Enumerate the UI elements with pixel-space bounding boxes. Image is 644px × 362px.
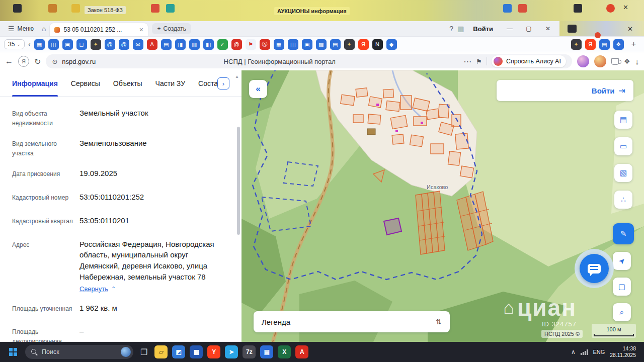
desktop-icon[interactable] bbox=[518, 4, 527, 13]
apps-grid-icon[interactable]: ▦ bbox=[457, 25, 464, 32]
panel-tab[interactable]: Информация bbox=[12, 70, 58, 97]
panel-tabs-next-button[interactable]: › bbox=[217, 77, 229, 89]
home-icon[interactable]: ⌂ bbox=[42, 25, 46, 32]
bookmark-favicon[interactable]: ▣ bbox=[62, 39, 73, 50]
map-login-bar[interactable]: Войти ⇥ bbox=[497, 80, 633, 101]
bookmark-favicon[interactable]: Я bbox=[585, 39, 596, 50]
map-tool-ruler[interactable]: ▭ bbox=[614, 137, 632, 155]
panel-tab[interactable]: Сервисы bbox=[71, 70, 100, 97]
bookmark-favicon[interactable]: ✓ bbox=[217, 39, 228, 50]
desktop-icon[interactable] bbox=[574, 4, 582, 13]
downloads-icon[interactable]: ↓ bbox=[635, 57, 639, 66]
panel-tab[interactable]: Части ЗУ bbox=[155, 70, 185, 97]
bookmark-favicon[interactable]: ▤ bbox=[161, 39, 172, 50]
bookmark-favicon[interactable]: ✦ bbox=[571, 39, 582, 50]
maximize-button[interactable]: ▢ bbox=[521, 25, 536, 32]
network-icon[interactable] bbox=[581, 349, 588, 355]
browser-login-button[interactable]: Войти bbox=[473, 25, 493, 33]
map-tool-layers[interactable]: ▤ bbox=[614, 111, 632, 129]
bookmark-favicon[interactable]: ◧ bbox=[203, 39, 214, 50]
map-canvas[interactable]: Исаково « Войти ⇥ ▤▭▧∴ ✎➤▢⌕ Легенда ⇅ bbox=[242, 70, 644, 342]
bookmark-favicon[interactable]: ✦ bbox=[91, 39, 101, 50]
desktop-icon[interactable] bbox=[71, 4, 80, 13]
panel-scrollbar[interactable] bbox=[237, 127, 240, 235]
bookmark-favicon[interactable]: ❖ bbox=[613, 39, 624, 50]
taskbar-app-docs[interactable]: ▤ bbox=[260, 345, 273, 358]
panel-tab[interactable]: Объекты bbox=[113, 70, 142, 97]
bookmark-favicon[interactable]: ⚑ bbox=[246, 39, 256, 50]
browser-menu-button[interactable]: ☰ Меню bbox=[4, 24, 38, 34]
desktop-icon[interactable] bbox=[568, 25, 577, 33]
bookmark-favicon[interactable]: @ bbox=[231, 39, 242, 50]
legend-expand-icon[interactable]: ⇅ bbox=[436, 318, 442, 326]
taskbar-app-grid[interactable]: ▦ bbox=[190, 345, 203, 358]
bookmark-favicon[interactable]: ◫ bbox=[288, 39, 298, 50]
map-tool-locate[interactable]: ➤ bbox=[613, 252, 631, 270]
address-bar[interactable]: ⊙ nspd.gov.ru НСПД | Геоинформационный п… bbox=[46, 54, 572, 68]
bookmark-favicon[interactable]: ✉ bbox=[133, 39, 143, 50]
bookmark-favicon[interactable]: ▤ bbox=[330, 39, 341, 50]
taskbar-app-7zip[interactable]: 7z bbox=[243, 345, 256, 358]
bookmark-favicon[interactable]: Ⓐ bbox=[260, 39, 270, 50]
close-window-button[interactable]: ✕ bbox=[540, 25, 555, 32]
add-bookmark-button[interactable]: + bbox=[627, 40, 640, 49]
start-button[interactable] bbox=[6, 345, 20, 359]
bookmark-favicon[interactable]: A bbox=[147, 39, 157, 50]
new-tab-button[interactable]: + Создать bbox=[152, 23, 191, 34]
bookmark-favicon[interactable]: ◆ bbox=[386, 39, 397, 50]
extensions-icon[interactable]: ❖ bbox=[624, 57, 630, 65]
bookmark-favicon[interactable]: Я bbox=[358, 39, 369, 50]
desktop-icon[interactable] bbox=[48, 4, 57, 13]
bookmark-favicon[interactable]: ▥ bbox=[189, 39, 200, 50]
map-tool-overview[interactable]: ▢ bbox=[613, 278, 631, 296]
taskbar-app-telegram[interactable]: ➤ bbox=[225, 345, 238, 358]
bookmarks-scroll-left-icon[interactable]: ‹ bbox=[28, 41, 31, 48]
desktop-icon[interactable] bbox=[503, 4, 512, 13]
tab-counter-button[interactable]: 35 ⌄ bbox=[4, 39, 25, 49]
bookmark-favicon[interactable]: ▣ bbox=[302, 39, 312, 50]
language-indicator[interactable]: ENG bbox=[593, 349, 605, 355]
bookmark-favicon[interactable]: ▤ bbox=[599, 39, 610, 50]
collapse-panel-button[interactable]: « bbox=[249, 80, 267, 98]
extension-avatar-icon[interactable] bbox=[577, 55, 589, 67]
more-icon[interactable]: ⋯ bbox=[463, 57, 471, 66]
map-tool-draw[interactable]: ✎ bbox=[613, 223, 634, 244]
reload-icon[interactable]: ↻ bbox=[34, 57, 41, 66]
cup-icon[interactable] bbox=[611, 58, 619, 65]
tab-close-icon[interactable]: ✕ bbox=[139, 27, 143, 33]
taskbar-search[interactable]: Поиск bbox=[25, 345, 133, 359]
bookmark-favicon[interactable]: ▦ bbox=[34, 39, 45, 50]
minimize-button[interactable]: — bbox=[502, 25, 517, 32]
site-info-icon[interactable]: ⊙ bbox=[52, 58, 57, 65]
desktop-icon[interactable] bbox=[606, 4, 615, 13]
bookmark-favicon[interactable]: N bbox=[372, 39, 383, 50]
map-tool-share[interactable]: ∴ bbox=[614, 191, 632, 209]
chat-button[interactable] bbox=[575, 249, 614, 288]
map-tool-select-area[interactable]: ▧ bbox=[614, 164, 632, 182]
legend-bar[interactable]: Легенда ⇅ bbox=[254, 311, 450, 332]
bookmark-favicon[interactable]: ▩ bbox=[316, 39, 327, 50]
tray-expand-icon[interactable]: ∧ bbox=[571, 348, 576, 355]
search-highlight-image[interactable] bbox=[121, 347, 131, 357]
help-icon[interactable]: ? bbox=[449, 25, 453, 32]
bookmark-flag-icon[interactable]: ⚑ bbox=[476, 58, 482, 65]
map-image[interactable] bbox=[242, 70, 644, 342]
desktop-icon[interactable] bbox=[13, 4, 22, 13]
taskbar-app-yandex[interactable]: Y bbox=[207, 345, 220, 358]
bookmark-favicon[interactable]: @ bbox=[119, 39, 129, 50]
background-close-icon[interactable]: ✕ bbox=[627, 25, 633, 33]
bookmark-favicon[interactable]: ◫ bbox=[48, 39, 59, 50]
ask-alice-button[interactable]: Спросить Алису AI bbox=[492, 55, 566, 67]
bookmark-favicon[interactable]: ◨ bbox=[175, 39, 186, 50]
panel-scroll-up-icon[interactable]: ▲ bbox=[235, 74, 239, 79]
extension-avatar-icon[interactable] bbox=[594, 55, 606, 67]
bookmark-favicon[interactable]: ◻ bbox=[76, 39, 87, 50]
back-icon[interactable]: ← bbox=[5, 57, 13, 66]
collapse-address-link[interactable]: Свернуть bbox=[79, 285, 108, 293]
taskbar-app-blue[interactable]: ◩ bbox=[172, 345, 185, 358]
background-close-icon[interactable]: ✕ bbox=[623, 4, 628, 11]
yandex-icon[interactable]: Я bbox=[18, 56, 29, 67]
taskbar-app-acrobat[interactable]: A bbox=[295, 345, 308, 358]
desktop-icon[interactable] bbox=[151, 4, 159, 13]
taskbar-app-explorer[interactable]: ▱ bbox=[154, 345, 168, 358]
